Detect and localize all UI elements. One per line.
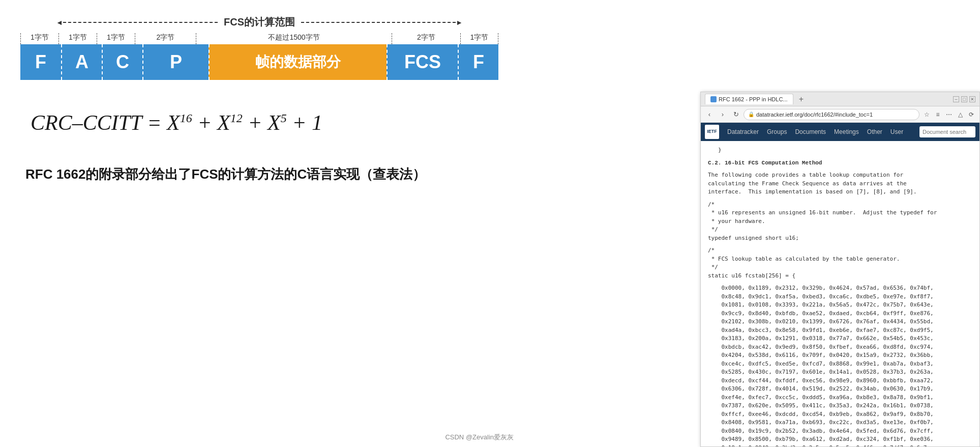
arrow-right-icon: ► [456,18,463,26]
settings-icon[interactable]: ≡ [933,109,943,120]
watermark: CSDN @Zevalin爱灰灰 [445,433,514,442]
nav-meetings[interactable]: Meetings [832,127,861,136]
address-text: datatracker.ietf.org/doc/rfc1662/#includ… [756,111,873,118]
byte-label-f2: 1字节 [460,33,498,44]
profile-icon[interactable]: △ [955,109,965,120]
table-data-text: 0x0000, 0x1189, 0x2312, 0x329b, 0x4624, … [708,284,972,446]
dashed-arrow: ◄ FCS的计算范围 ► [56,15,463,29]
packet-cell-p: P [142,44,209,80]
forward-button[interactable]: › [717,109,728,120]
closing-brace: } [708,146,972,155]
paragraph1-text: The following code provides a table look… [708,171,972,197]
formula-text: CRC–CCITT = X16 + X12 + X5 + 1 [31,110,498,135]
ietf-nav: IETF Datatracker Groups Documents Meetin… [701,123,979,141]
closing-brace-text: } [708,146,972,155]
browser-panel: RFC 1662 - PPP in HDLC... + – □ ✕ ‹ › ↻ … [700,92,980,447]
watermark-platform: CSDN [445,433,464,441]
packet-diagram: F A C P 帧的数据部分 FCS F [20,44,498,80]
watermark-author: @Zevalin爱灰灰 [466,433,514,441]
comment2-block: /* * FCS lookup table as calculated by t… [708,246,972,280]
packet-cell-f2: F [458,44,498,80]
arrow-left-icon: ◄ [56,18,63,26]
reload-button[interactable]: ↻ [730,109,741,120]
new-tab-button[interactable]: + [796,94,807,104]
lock-icon: 🔒 [748,111,754,117]
packet-cell-fcs: FCS [387,44,458,80]
toolbar-icons: ☆ ≡ ⋯ △ ⟳ [922,109,976,120]
tab-favicon [710,96,717,102]
fcs-range-container: ◄ FCS的计算范围 ► [20,15,498,29]
rfc-description-text: RFC 1662的附录部分给出了FCS的计算方法的C语言实现（查表法） [25,165,498,183]
packet-cell-f1: F [20,44,61,80]
dashed-line-right [301,22,456,23]
rfc-description: RFC 1662的附录部分给出了FCS的计算方法的C语言实现（查表法） [20,165,498,183]
byte-label-c: 1字节 [97,33,135,44]
comment1-text: /* * u16 represents an unsigned 16-bit n… [708,201,972,243]
ietf-nav-links: Datatracker Groups Documents Meetings Ot… [725,127,905,136]
byte-label-fcs2: 2字节 [392,33,460,44]
ietf-logo-icon: IETF [705,125,719,139]
nav-other[interactable]: Other [865,127,884,136]
window-controls: – □ ✕ [953,96,975,102]
nav-user[interactable]: User [888,127,905,136]
section-heading-text: C.2. 16-bit FCS Computation Method [708,159,972,167]
ietf-logo: IETF [705,125,719,139]
nav-datatracker[interactable]: Datatracker [725,127,761,136]
minimize-button[interactable]: – [953,96,959,102]
back-button[interactable]: ‹ [704,109,715,120]
browser-content[interactable]: } C.2. 16-bit FCS Computation Method The… [701,141,979,446]
tab-title: RFC 1662 - PPP in HDLC... [719,96,788,102]
byte-label-a: 1字节 [58,33,97,44]
bookmark-icon[interactable]: ☆ [922,109,932,120]
packet-cell-a: A [61,44,102,80]
more-icon[interactable]: ⋯ [944,109,954,120]
address-bar[interactable]: 🔒 datatracker.ietf.org/doc/rfc1662/#incl… [744,109,919,120]
packet-cell-data: 帧的数据部分 [209,44,387,80]
sync-icon[interactable]: ⟳ [966,109,976,120]
maximize-button[interactable]: □ [961,96,967,102]
paragraph1-block: The following code provides a table look… [708,171,972,197]
byte-label-p: 2字节 [135,33,196,44]
browser-tab[interactable]: RFC 1662 - PPP in HDLC... [705,94,793,104]
close-button[interactable]: ✕ [969,96,975,102]
table-data-block: 0x0000, 0x1189, 0x2312, 0x329b, 0x4624, … [708,284,972,446]
formula-section: CRC–CCITT = X16 + X12 + X5 + 1 [20,110,498,135]
comment1-block: /* * u16 represents an unsigned 16-bit n… [708,201,972,243]
fcs-diagram: ◄ FCS的计算范围 ► 1字节 1字节 1字节 2字节 不超过1500字节 2… [20,15,498,80]
byte-label-f1: 1字节 [20,33,58,44]
document-search-input[interactable] [919,126,975,137]
dashed-line-left [63,22,218,23]
browser-toolbar: ‹ › ↻ 🔒 datatracker.ietf.org/doc/rfc1662… [701,106,979,123]
nav-documents[interactable]: Documents [793,127,828,136]
nav-groups[interactable]: Groups [765,127,789,136]
byte-label-data: 不超过1500字节 [196,33,392,44]
packet-cell-c: C [102,44,142,80]
byte-labels-row: 1字节 1字节 1字节 2字节 不超过1500字节 2字节 1字节 [20,33,498,44]
main-content: ◄ FCS的计算范围 ► 1字节 1字节 1字节 2字节 不超过1500字节 2… [0,0,519,447]
comment2-text: /* * FCS lookup table as calculated by t… [708,246,972,280]
fcs-range-label: FCS的计算范围 [224,15,295,29]
ietf-logo-text: IETF [707,129,717,134]
browser-titlebar: RFC 1662 - PPP in HDLC... + – □ ✕ [701,92,979,106]
section-heading-block: C.2. 16-bit FCS Computation Method [708,159,972,167]
